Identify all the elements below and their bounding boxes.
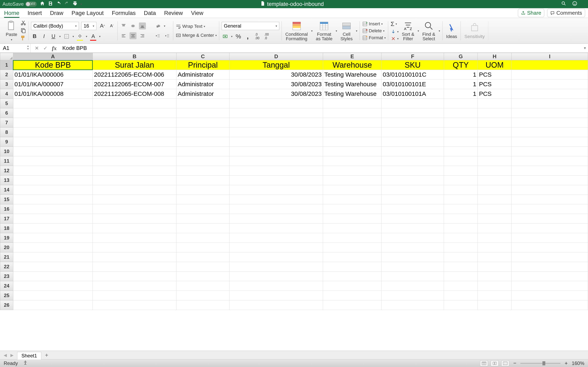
cell[interactable]: 03/010100101C xyxy=(381,70,444,79)
cell[interactable]: Administrator xyxy=(176,70,229,79)
cell[interactable] xyxy=(92,243,176,252)
add-sheet-button[interactable]: + xyxy=(45,352,48,359)
cell[interactable] xyxy=(323,99,381,108)
column-header[interactable]: C xyxy=(176,53,229,60)
cell[interactable] xyxy=(478,166,512,175)
zoom-slider[interactable] xyxy=(520,363,560,364)
font-size-select[interactable]: 16▾ xyxy=(81,22,96,30)
align-bottom-icon[interactable] xyxy=(139,23,146,29)
cell[interactable] xyxy=(478,243,512,252)
cell[interactable]: Administrator xyxy=(176,79,229,89)
enter-formula-icon[interactable]: ✓ xyxy=(43,45,47,51)
cell[interactable] xyxy=(323,243,381,252)
cell[interactable] xyxy=(478,262,512,272)
tab-page-layout[interactable]: Page Layout xyxy=(72,8,104,18)
paste-button[interactable]: Paste ▾ xyxy=(5,20,18,41)
cell[interactable]: 30/08/2023 xyxy=(229,89,323,99)
print-icon[interactable] xyxy=(72,1,78,8)
cell[interactable] xyxy=(13,224,92,233)
cell[interactable] xyxy=(444,175,478,185)
cell[interactable]: Testing Warehouse xyxy=(323,70,381,79)
cell[interactable]: 01/01/IKA/000006 xyxy=(13,70,92,79)
feedback-icon[interactable] xyxy=(572,1,577,8)
cell[interactable]: 20221122065-ECOM-008 xyxy=(92,89,176,99)
format-as-table-button[interactable]: Format as Table xyxy=(315,21,334,41)
wrap-text-button[interactable]: Wrap Text▾ xyxy=(176,24,216,29)
row-header[interactable]: 23 xyxy=(0,272,13,281)
cell[interactable] xyxy=(444,108,478,118)
cell[interactable]: 30/08/2023 xyxy=(229,70,323,79)
column-header[interactable]: D xyxy=(229,53,323,60)
cell[interactable]: Testing Warehouse xyxy=(323,89,381,99)
cell[interactable] xyxy=(512,195,588,204)
underline-button[interactable]: U xyxy=(50,33,57,40)
cell[interactable] xyxy=(176,224,229,233)
tab-home[interactable]: Home xyxy=(4,8,19,18)
decrease-indent-icon[interactable] xyxy=(154,32,161,39)
cell[interactable] xyxy=(13,214,92,224)
cell[interactable] xyxy=(229,204,323,214)
cell[interactable] xyxy=(444,272,478,281)
cell[interactable] xyxy=(512,262,588,272)
column-header[interactable]: B xyxy=(92,53,176,60)
cell[interactable] xyxy=(229,252,323,262)
cell[interactable]: 1 xyxy=(444,89,478,99)
cell[interactable] xyxy=(323,108,381,118)
cell[interactable] xyxy=(512,79,588,89)
cell[interactable] xyxy=(512,99,588,108)
cell[interactable] xyxy=(13,272,92,281)
cell[interactable] xyxy=(381,214,444,224)
row-header[interactable]: 7 xyxy=(0,118,13,127)
comma-icon[interactable]: , xyxy=(244,33,251,40)
save-icon[interactable] xyxy=(48,1,53,8)
sheet-nav-next-icon[interactable]: ▶ xyxy=(10,353,14,358)
cell[interactable] xyxy=(176,233,229,243)
cell[interactable] xyxy=(229,127,323,137)
shrink-font-icon[interactable]: Aˇ xyxy=(108,23,115,29)
format-cells-button[interactable]: Format▾ xyxy=(362,35,386,41)
cell[interactable] xyxy=(92,233,176,243)
cell[interactable] xyxy=(176,118,229,127)
sort-filter-button[interactable]: AZ Sort & Filter xyxy=(401,21,415,41)
cell[interactable] xyxy=(323,118,381,127)
cell[interactable] xyxy=(323,224,381,233)
row-header[interactable]: 12 xyxy=(0,166,13,175)
row-header[interactable]: 13 xyxy=(0,175,13,185)
cell[interactable] xyxy=(323,262,381,272)
cell[interactable] xyxy=(229,224,323,233)
cell[interactable] xyxy=(92,214,176,224)
cell[interactable] xyxy=(92,147,176,156)
cell[interactable] xyxy=(512,224,588,233)
column-header[interactable]: F xyxy=(381,53,444,60)
formula-input[interactable]: Kode BPB xyxy=(61,45,582,51)
cell[interactable]: PCS xyxy=(478,70,512,79)
cell[interactable] xyxy=(92,156,176,166)
cell[interactable] xyxy=(92,262,176,272)
orientation-icon[interactable]: ab xyxy=(154,23,161,29)
cell[interactable] xyxy=(92,195,176,204)
cell[interactable] xyxy=(323,272,381,281)
autosum-button[interactable]: Σ▾ xyxy=(391,20,399,27)
tab-draw[interactable]: Draw xyxy=(50,8,63,18)
cell[interactable] xyxy=(381,108,444,118)
cell[interactable] xyxy=(176,99,229,108)
cell[interactable] xyxy=(13,233,92,243)
cell[interactable] xyxy=(176,291,229,300)
cell[interactable] xyxy=(381,127,444,137)
cell[interactable] xyxy=(478,272,512,281)
sheet-nav-prev-icon[interactable]: ◀ xyxy=(4,353,7,358)
cell[interactable] xyxy=(229,175,323,185)
cell[interactable] xyxy=(512,127,588,137)
cell[interactable] xyxy=(381,224,444,233)
cell[interactable] xyxy=(478,300,512,310)
cell[interactable] xyxy=(381,272,444,281)
tab-view[interactable]: View xyxy=(191,8,203,18)
cell[interactable]: 20221122065-ECOM-007 xyxy=(92,79,176,89)
cell[interactable] xyxy=(512,185,588,195)
cell[interactable] xyxy=(176,156,229,166)
title-chevron-icon[interactable]: ⌄ xyxy=(325,2,328,6)
align-center-icon[interactable] xyxy=(130,32,136,39)
cell[interactable] xyxy=(13,195,92,204)
cell[interactable] xyxy=(323,300,381,310)
cell[interactable] xyxy=(512,156,588,166)
